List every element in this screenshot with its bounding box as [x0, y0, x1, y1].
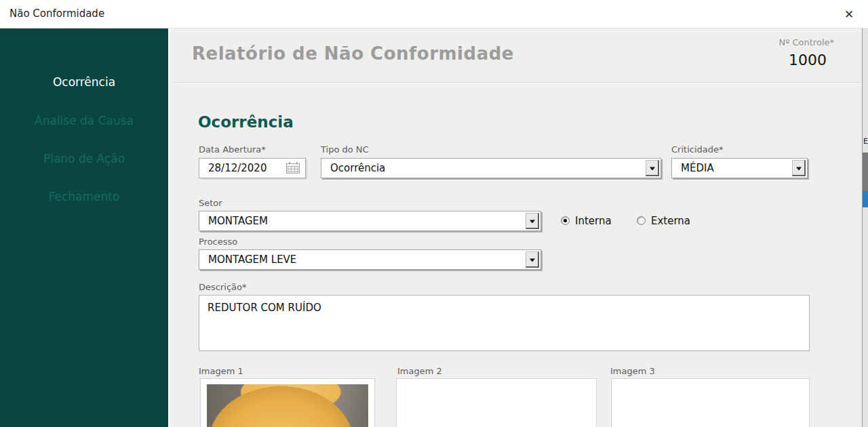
page-title: Relatório de Não Conformidade [192, 43, 514, 64]
title-bar: Não Conformidade ✕ [0, 0, 868, 28]
chevron-down-icon[interactable] [646, 160, 659, 176]
sidebar-item-plano-de-acao[interactable]: Plano de Ação [0, 152, 168, 168]
descricao-label: Descrição* [199, 282, 246, 292]
control-number-label: Nº Controle* [779, 37, 834, 47]
sidebar-edge-highlight [168, 28, 170, 427]
sidebar-item-analise-da-causa[interactable]: Analise da Causa [0, 114, 168, 130]
radio-button-icon[interactable] [561, 216, 570, 225]
setor-label: Setor [199, 198, 222, 208]
imagem2-box[interactable] [396, 378, 597, 427]
processo-label: Processo [199, 237, 237, 247]
window-title: Não Conformidade [9, 7, 104, 20]
background-sliver-blue-block [863, 191, 868, 207]
criticidade-value: MÉDIA [681, 162, 714, 174]
processo-value: MONTAGEM LEVE [208, 253, 296, 266]
tipo-nc-label: Tipo do NC [321, 144, 369, 155]
setor-combobox[interactable]: MONTAGEM [199, 211, 541, 231]
control-number-value: 1000 [789, 52, 827, 68]
chevron-down-icon[interactable] [792, 160, 806, 176]
sidebar-item-ocorrencia[interactable]: Ocorrência [0, 75, 168, 92]
criticidade-label: Criticidade* [671, 144, 723, 155]
tipo-nc-value: Ocorrência [330, 162, 385, 174]
data-abertura-input[interactable] [208, 159, 276, 178]
header-divider [174, 82, 860, 83]
data-abertura-label: Data Abertura* [199, 144, 266, 155]
imagem3-label: Imagem 3 [610, 366, 655, 376]
criticidade-combobox[interactable]: MÉDIA [671, 158, 808, 178]
imagem2-label: Imagem 2 [397, 366, 442, 376]
processo-combobox[interactable]: MONTAGEM LEVE [199, 249, 541, 270]
data-abertura-field[interactable] [199, 158, 306, 178]
radio-externa-label: Externa [651, 215, 690, 227]
chevron-down-icon[interactable] [526, 251, 539, 268]
background-sliver-block [863, 152, 868, 191]
sidebar: Ocorrência Analise da Causa Plano de Açã… [0, 28, 168, 427]
background-window-sliver: E [862, 28, 868, 427]
imagem1-box[interactable] [200, 378, 375, 427]
imagem1-photo [207, 384, 368, 427]
radio-externa[interactable]: Externa [637, 215, 711, 227]
nc-form-window: Não Conformidade ✕ Ocorrência Analise da… [0, 0, 868, 427]
radio-interna[interactable]: Interna [561, 215, 635, 227]
imagem1-label: Imagem 1 [199, 366, 243, 376]
setor-value: MONTAGEM [208, 215, 268, 227]
radio-interna-label: Interna [575, 215, 612, 227]
tipo-nc-combobox[interactable]: Ocorrência [321, 158, 661, 178]
descricao-textarea[interactable]: REDUTOR COM RUÍDO [199, 295, 810, 351]
radio-button-icon[interactable] [637, 216, 646, 225]
calendar-icon[interactable] [286, 163, 300, 174]
close-icon[interactable]: ✕ [841, 6, 857, 22]
section-title-ocorrencia: Ocorrência [198, 113, 294, 131]
imagem3-box[interactable] [611, 378, 810, 427]
chevron-down-icon[interactable] [526, 213, 539, 229]
background-sliver-text: E [863, 137, 868, 146]
sidebar-item-fechamento[interactable]: Fechamento [0, 190, 168, 206]
